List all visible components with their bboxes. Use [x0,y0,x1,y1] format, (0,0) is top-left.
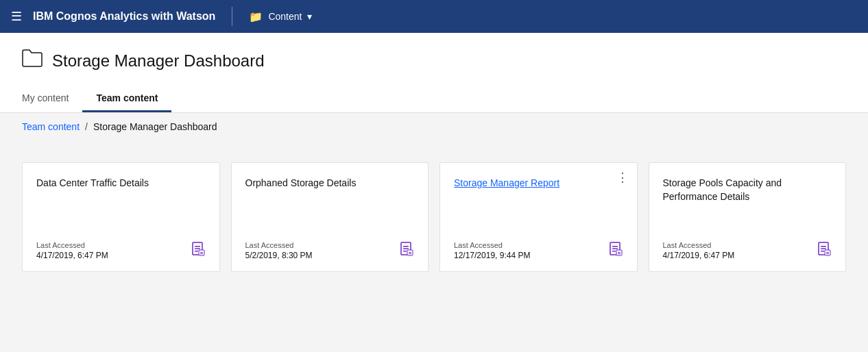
tabs-container: My content Team content [22,86,846,112]
app-title: IBM Cognos Analytics with Watson [33,10,215,23]
card-storage-manager-report: ⋮ Storage Manager Report Last Accessed 1… [439,162,638,272]
report-icon-4 [818,242,832,260]
svg-rect-24 [821,251,824,252]
card-menu-button[interactable]: ⋮ [616,171,629,184]
breadcrumb-current: Storage Manager Dashboard [93,121,217,132]
svg-rect-15 [612,246,618,247]
page-header: Storage Manager Dashboard My content Tea… [0,33,868,113]
last-accessed-label-2: Last Accessed [245,241,313,249]
content-folder-icon: 📁 [249,10,263,23]
card-footer-orphaned: Last Accessed 5/2/2019, 8:30 PM [245,241,415,260]
svg-rect-6 [200,253,203,254]
card-last-accessed-data-center: Last Accessed 4/17/2019, 6:47 PM [36,241,108,260]
card-storage-pools: Storage Pools Capacity and Performance D… [649,162,847,272]
card-footer-storage-report: Last Accessed 12/17/2019, 9:44 PM [454,241,623,260]
last-accessed-value-1: 4/17/2019, 6:47 PM [36,251,108,260]
svg-rect-12 [409,252,411,253]
svg-rect-2 [195,249,200,250]
breadcrumb: Team content / Storage Manager Dashboard [0,113,868,140]
last-accessed-label-1: Last Accessed [36,241,108,249]
breadcrumb-team-content-link[interactable]: Team content [22,121,80,132]
breadcrumb-separator: / [85,121,88,132]
last-accessed-label-3: Last Accessed [454,241,530,249]
svg-rect-27 [826,253,829,254]
card-title-data-center: Data Center Traffic Details [36,177,206,230]
report-icon-2 [400,242,414,260]
svg-rect-5 [200,252,203,253]
content-btn-label: Content [268,11,302,22]
svg-rect-17 [612,251,616,252]
svg-rect-9 [403,249,409,250]
svg-rect-13 [409,253,411,254]
last-accessed-label-4: Last Accessed [663,241,735,249]
last-accessed-value-4: 4/17/2019, 6:47 PM [663,251,735,260]
svg-rect-22 [821,246,826,247]
page-title-row: Storage Manager Dashboard [22,49,846,72]
svg-rect-19 [618,252,620,253]
card-title-orphaned: Orphaned Storage Details [245,177,415,230]
navbar-divider [232,7,232,26]
card-footer-storage-pools: Last Accessed 4/17/2019, 6:47 PM [663,241,832,260]
tab-team-content[interactable]: Team content [82,86,171,112]
last-accessed-value-2: 5/2/2019, 8:30 PM [245,251,313,260]
svg-rect-1 [195,246,200,247]
card-last-accessed-storage-report: Last Accessed 12/17/2019, 9:44 PM [454,241,530,260]
report-icon-1 [192,242,206,260]
card-title-storage-report[interactable]: Storage Manager Report [454,177,623,230]
content-area: Data Center Traffic Details Last Accesse… [0,140,868,294]
svg-rect-8 [403,246,409,247]
tab-my-content[interactable]: My content [22,86,82,112]
page-title: Storage Manager Dashboard [52,51,265,71]
svg-rect-3 [195,251,198,252]
content-button[interactable]: 📁 Content ▾ [249,10,312,23]
chevron-down-icon: ▾ [307,11,312,22]
card-last-accessed-orphaned: Last Accessed 5/2/2019, 8:30 PM [245,241,313,260]
card-footer-data-center: Last Accessed 4/17/2019, 6:47 PM [36,241,206,260]
svg-rect-20 [618,253,620,254]
svg-rect-23 [821,249,826,250]
card-last-accessed-storage-pools: Last Accessed 4/17/2019, 6:47 PM [663,241,735,260]
card-orphaned-storage: Orphaned Storage Details Last Accessed 5… [231,162,429,272]
svg-rect-26 [826,252,829,253]
last-accessed-value-3: 12/17/2019, 9:44 PM [454,251,530,260]
svg-rect-10 [403,251,407,252]
navbar: ☰ IBM Cognos Analytics with Watson 📁 Con… [0,0,868,33]
card-title-storage-pools: Storage Pools Capacity and Performance D… [663,177,832,230]
page-folder-icon [22,49,43,72]
hamburger-icon[interactable]: ☰ [11,9,22,24]
svg-rect-16 [612,249,618,250]
cards-grid: Data Center Traffic Details Last Accesse… [22,162,846,272]
card-data-center: Data Center Traffic Details Last Accesse… [22,162,220,272]
report-icon-3 [610,242,623,260]
